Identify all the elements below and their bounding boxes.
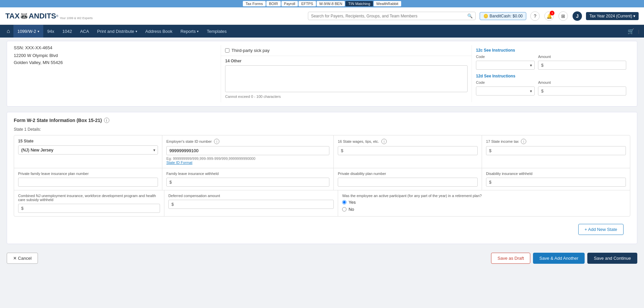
- box12c-amount-input[interactable]: $ 0.00: [538, 61, 626, 70]
- sick-pay-checkbox[interactable]: [225, 48, 229, 53]
- box14-textarea[interactable]: [225, 65, 468, 92]
- banner-wealthrabbit[interactable]: WealthRabbit: [374, 1, 401, 6]
- bottom-action-bar: ✕ Cancel Save as Draft Save & Add Anothe…: [7, 249, 637, 267]
- deferred-comp-input[interactable]: $ 0.00: [168, 200, 334, 209]
- box12d-amount-label: Amount: [538, 80, 626, 84]
- box12c-code-select[interactable]: [476, 61, 535, 70]
- logo[interactable]: TAX 🦝 ANDITS ® Your 1099 & W2 Experts: [5, 12, 93, 20]
- search-bar[interactable]: 🔍: [308, 12, 476, 20]
- box12d-section: 12d See Instructions Code Amount: [476, 74, 626, 96]
- banner-payroll[interactable]: Payroll: [281, 1, 298, 6]
- nav-item-aca[interactable]: ACA: [76, 25, 93, 38]
- private-family-leave-input[interactable]: [18, 178, 158, 187]
- family-leave-withheld-cell: Family leave insurance withheld $ 120.00: [162, 168, 334, 190]
- retirement-yes-label: Yes: [348, 200, 356, 205]
- nav-item-1042[interactable]: 1042: [58, 25, 76, 38]
- state-row2: Private family leave insurance plan numb…: [14, 168, 630, 190]
- state1-details-label: State 1 Details:: [14, 127, 630, 132]
- employer-id-info-icon[interactable]: i: [214, 139, 219, 144]
- retirement-yes-option[interactable]: Yes: [342, 200, 626, 205]
- combined-nj-input[interactable]: $ 0.00: [18, 204, 160, 213]
- private-disability-label: Private disability plan number: [338, 172, 478, 176]
- nav-item-94x[interactable]: 94x: [43, 25, 58, 38]
- dollar-icon: $: [489, 180, 491, 185]
- family-leave-withheld-field[interactable]: 120.00: [173, 180, 326, 185]
- box12c-amount-field[interactable]: 0.00: [545, 63, 623, 68]
- tax-year-selector[interactable]: Tax Year 2024 (Current) ▾: [586, 12, 639, 20]
- cart-icon[interactable]: 🛒: [628, 28, 634, 35]
- box17-field[interactable]: 110.00: [493, 148, 623, 153]
- employer-id-input[interactable]: [166, 146, 329, 155]
- banner-eftps[interactable]: EFTPS: [299, 1, 316, 6]
- bandit-cash-display[interactable]: 🪙 BanditCash: $0.00: [480, 12, 526, 20]
- combined-nj-field[interactable]: 0.00: [25, 206, 157, 211]
- box16-info-icon[interactable]: i: [381, 139, 387, 144]
- box14-hint: Cannot exceed 0 - 100 characters: [225, 95, 468, 99]
- box12c-title[interactable]: 12c See Instructions: [476, 48, 626, 53]
- employer-id-cell: Employer's state ID number i Eg: 9999999…: [162, 135, 334, 168]
- search-input[interactable]: [311, 14, 467, 18]
- state-select[interactable]: (NJ) New Jersey (CA) California (NY) New…: [18, 145, 158, 155]
- nav-item-reports[interactable]: Reports ▾: [176, 25, 203, 38]
- retirement-no-radio[interactable]: [342, 207, 346, 211]
- box12d-code-select[interactable]: [476, 86, 535, 96]
- box16-cell: 16 State wages, tips, etc. i $ 320.00: [334, 135, 482, 168]
- deferred-comp-label: Deferred compensation amount: [168, 194, 334, 198]
- box12d-title[interactable]: 12d See Instructions: [476, 74, 626, 78]
- box12c-section: 12c See Instructions Code Amount: [476, 48, 626, 70]
- state-section-header: Form W-2 State Information (Box 15-21) i…: [7, 112, 637, 244]
- state-row3: Combined NJ unemployment insurance, work…: [14, 190, 630, 216]
- disability-withheld-input[interactable]: $ 0.00: [486, 178, 626, 187]
- state-section-title: Form W-2 State Information (Box 15-21) i: [14, 118, 630, 123]
- box16-field[interactable]: 320.00: [344, 148, 475, 153]
- ssn-display: SSN: XXX-XX-4654: [14, 45, 214, 50]
- nav-item-1099w2[interactable]: 1099/W-2 ▾: [13, 25, 43, 38]
- logo-sub: Your 1099 & W2 Experts: [60, 16, 93, 20]
- save-continue-button[interactable]: Save and Continue: [587, 253, 637, 264]
- retirement-no-option[interactable]: No: [342, 207, 626, 212]
- add-new-state-button[interactable]: + Add New State: [578, 224, 624, 235]
- save-add-another-button[interactable]: Save & Add Another: [533, 253, 585, 264]
- box12d-amount-field[interactable]: 0.00: [545, 88, 623, 94]
- help-icon-button[interactable]: ?: [530, 11, 540, 21]
- box17-info-icon[interactable]: i: [521, 139, 526, 144]
- banner-w9[interactable]: W-9/W-8 BEN: [317, 1, 345, 6]
- grid-icon-button[interactable]: ⊞: [558, 11, 568, 21]
- banner-tax-forms[interactable]: Tax Forms: [243, 1, 265, 6]
- sick-pay-label: Third-party sick pay: [231, 48, 269, 53]
- banner-tin-matching[interactable]: TIN Matching: [345, 1, 373, 6]
- cancel-button[interactable]: ✕ Cancel: [7, 253, 38, 264]
- box17-label: 17 State income tax i: [486, 139, 626, 144]
- retirement-no-label: No: [348, 207, 354, 212]
- nav-item-address-book[interactable]: Address Book: [141, 25, 176, 38]
- dollar-sign-icon: $: [541, 63, 543, 68]
- dollar-icon: $: [169, 180, 172, 185]
- save-draft-button[interactable]: Save as Draft: [491, 253, 530, 264]
- box17-input[interactable]: $ 110.00: [486, 146, 626, 155]
- disability-withheld-label: Disability insurance withheld: [486, 172, 626, 176]
- employer-id-hint: Eg: 999999999/999,999-999-999/999,999999…: [166, 157, 329, 161]
- box16-input[interactable]: $ 320.00: [338, 146, 478, 155]
- box16-label: 16 State wages, tips, etc. i: [338, 139, 478, 144]
- family-leave-withheld-input[interactable]: $ 120.00: [166, 178, 329, 187]
- add-state-area: + Add New State: [14, 221, 630, 238]
- nav-item-templates[interactable]: Templates: [203, 25, 230, 38]
- box12c-code-label: Code: [476, 55, 535, 59]
- box14-label: 14 Other: [225, 59, 468, 63]
- state-id-format-link[interactable]: State ID Format: [166, 161, 329, 165]
- state-fields-container: 15 State (NJ) New Jersey (CA) California…: [14, 135, 630, 217]
- retirement-yes-radio[interactable]: [342, 200, 346, 204]
- state-info-icon[interactable]: i: [104, 118, 109, 123]
- deferred-comp-field[interactable]: 0.00: [175, 202, 331, 207]
- private-disability-input[interactable]: [338, 178, 478, 187]
- main-content: SSN: XXX-XX-4654 12200 W Olympic Blvd Go…: [0, 38, 644, 295]
- dollar-icon: $: [171, 202, 174, 207]
- nav-home[interactable]: ⌂: [3, 25, 13, 37]
- banner-boir[interactable]: BOIR: [266, 1, 281, 6]
- nav-item-print[interactable]: Print and Distribute ▾: [93, 25, 141, 38]
- grid-icon: ⊞: [561, 13, 565, 19]
- disability-withheld-field[interactable]: 0.00: [493, 180, 623, 185]
- box12d-amount-input[interactable]: $ 0.00: [538, 86, 626, 96]
- user-avatar[interactable]: J: [573, 11, 582, 21]
- notification-button[interactable]: 🔔 1: [544, 11, 554, 21]
